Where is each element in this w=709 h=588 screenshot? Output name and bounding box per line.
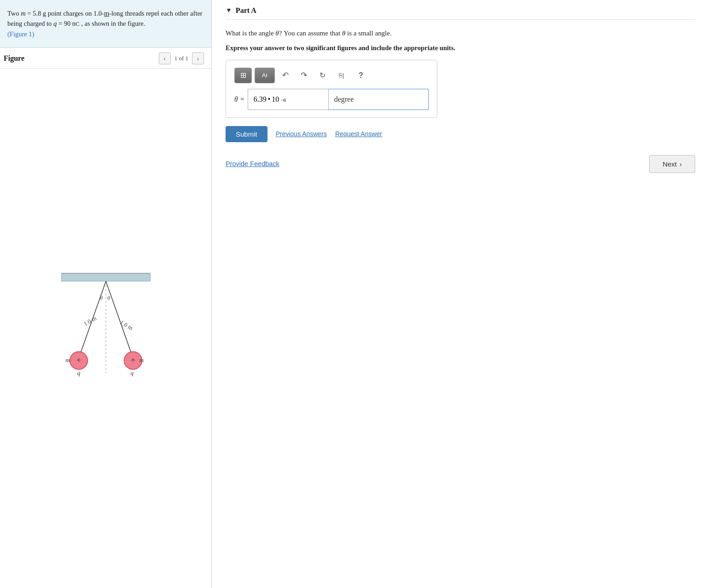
svg-text:m: m	[65, 357, 70, 363]
svg-rect-0	[61, 273, 150, 281]
keyboard-btn[interactable]: ⎘|	[333, 68, 350, 83]
figure-link[interactable]: (Figure 1)	[7, 30, 34, 38]
provide-feedback-link[interactable]: Provide Feedback	[226, 160, 279, 167]
theta-label: θ =	[234, 95, 245, 104]
svg-text:+: +	[76, 355, 81, 365]
next-chevron-icon: ›	[680, 160, 682, 168]
left-panel: Two m = 5.8 g point charges on 1.0-m-lon…	[0, 0, 212, 588]
redo-btn[interactable]: ↷	[296, 68, 312, 83]
figure-prev-btn[interactable]: ‹	[159, 52, 171, 64]
math-expression: 6.39 • 10 −6	[254, 95, 286, 104]
undo-btn[interactable]: ↶	[278, 68, 293, 83]
answer-input-row: θ = 6.39 • 10 −6	[234, 89, 429, 110]
next-label: Next	[663, 160, 677, 168]
answer-box: ⊞ A∥ ↶ ↷ ↻ ⎘| ? θ = 6.39 • 10 −6	[226, 60, 437, 118]
matrix-btn[interactable]: ⊞	[234, 68, 252, 83]
math-exp: −6	[280, 97, 286, 103]
figure-canvas: + + θ θ 1.0 m 1.0 m m m q q	[0, 69, 211, 588]
previous-answers-link[interactable]: Previous Answers	[276, 130, 327, 138]
format-btn[interactable]: A∥	[255, 68, 275, 83]
figure-nav: ‹ 1 of 1 ›	[159, 52, 204, 64]
svg-text:1.0 m: 1.0 m	[119, 319, 134, 331]
next-button[interactable]: Next ›	[649, 155, 695, 173]
figure-pagination: 1 of 1	[174, 55, 188, 62]
right-panel: ▼ Part A What is the angle θ? You can as…	[212, 0, 709, 588]
part-title: Part A	[236, 6, 256, 15]
question-text: What is the angle θ? You can assume that…	[226, 28, 695, 39]
svg-text:q: q	[130, 369, 134, 376]
svg-text:m: m	[139, 357, 143, 363]
figure-diagram: + + θ θ 1.0 m 1.0 m m m q q	[28, 259, 184, 398]
svg-line-4	[106, 281, 133, 358]
math-value-display[interactable]: 6.39 • 10 −6	[248, 89, 328, 110]
unit-input[interactable]	[328, 89, 429, 110]
figure-title: Figure	[4, 54, 24, 63]
problem-statement: Two m = 5.8 g point charges on 1.0-m-lon…	[0, 0, 211, 48]
figure-header: Figure ‹ 1 of 1 ›	[0, 48, 211, 69]
request-answer-link[interactable]: Request Answer	[335, 130, 382, 138]
instruction-text: Express your answer to two significant f…	[226, 43, 695, 52]
part-header: ▼ Part A	[226, 0, 695, 20]
svg-text:+: +	[130, 355, 135, 365]
figure-area: Figure ‹ 1 of 1 › +	[0, 48, 211, 588]
help-btn[interactable]: ?	[353, 68, 369, 83]
refresh-btn[interactable]: ↻	[314, 68, 330, 83]
figure-next-btn[interactable]: ›	[192, 52, 204, 64]
math-coeff: 6.39	[254, 95, 267, 104]
answer-toolbar: ⊞ A∥ ↶ ↷ ↻ ⎘| ?	[234, 68, 429, 83]
submit-button[interactable]: Submit	[226, 126, 267, 142]
action-row: Submit Previous Answers Request Answer	[226, 126, 695, 142]
svg-text:θ: θ	[100, 295, 103, 301]
svg-text:q: q	[77, 369, 80, 376]
math-dot: •	[268, 95, 271, 104]
svg-text:θ: θ	[107, 295, 110, 301]
collapse-icon[interactable]: ▼	[226, 7, 232, 14]
bottom-row: Provide Feedback Next ›	[226, 155, 695, 173]
math-base: 10	[272, 95, 279, 104]
